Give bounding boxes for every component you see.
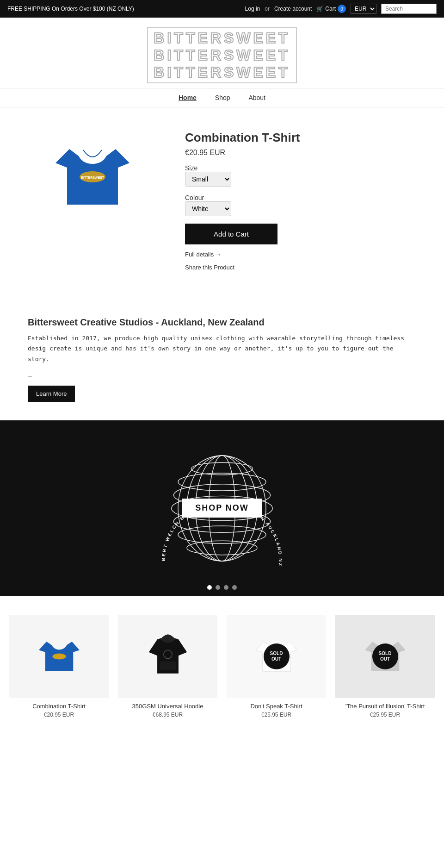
product-card-name-3: Don't Speak T-Shirt (227, 703, 326, 710)
add-to-cart-button[interactable]: Add to Cart (185, 224, 278, 244)
learn-more-button[interactable]: Learn More (28, 386, 75, 402)
shipping-notice: FREE SHIPPING On Orders Over $100 (NZ ON… (7, 6, 134, 12)
cart-icon: 🛒 (316, 6, 323, 12)
about-dash: – (28, 372, 416, 380)
product-section: BITTERSWEET Combination T-Shirt €20.95 E… (0, 107, 444, 289)
logo-line3: BITTERSWEET (154, 64, 290, 81)
product-image: BITTERSWEET (42, 126, 143, 228)
top-bar-right: Log in or Create account 🛒 Cart 0 EUR NZ… (245, 4, 437, 14)
cart-link[interactable]: Cart (325, 6, 336, 12)
logo-line2: BITTERSWEET (154, 47, 290, 64)
nav-item-home[interactable]: Home (179, 94, 197, 101)
svg-text:BITTERSWEET: BITTERSWEET (81, 176, 105, 179)
banner-dot-2[interactable] (216, 585, 220, 590)
sold-out-badge-3: SOLD OUT (264, 643, 290, 669)
logo-line1: BITTERSWEET (154, 30, 290, 47)
logo[interactable]: BITTERSWEET BITTERSWEET BITTERSWEET (147, 27, 296, 83)
product-card-price-4: €25.95 EUR (335, 712, 435, 718)
header: BITTERSWEET BITTERSWEET BITTERSWEET (0, 18, 444, 88)
cart-wrap[interactable]: 🛒 Cart 0 (316, 5, 346, 13)
currency-select[interactable]: EUR NZD USD (351, 4, 376, 14)
top-bar: FREE SHIPPING On Orders Over $100 (NZ ON… (0, 0, 444, 18)
product-card-hoodie (142, 629, 193, 684)
tshirt-svg: BITTERSWEET (46, 131, 139, 223)
product-card-image-2 (118, 615, 217, 698)
products-grid-section: Combination T-Shirt €20.95 EUR 350GSM Un… (0, 596, 444, 737)
product-card-image-3: DON'T SPEAK SOLD OUT (227, 615, 326, 698)
product-card-price-2: €68.95 EUR (118, 712, 217, 718)
banner-dots (207, 585, 237, 590)
product-card-price-1: €20.95 EUR (9, 712, 109, 718)
nav-item-shop[interactable]: Shop (215, 94, 230, 101)
product-image-wrap: BITTERSWEET (28, 126, 157, 228)
product-card-2[interactable]: 350GSM Universal Hoodie €68.95 EUR (118, 615, 217, 718)
colour-select[interactable]: White Blue Black (185, 201, 231, 216)
banner-dot-4[interactable] (232, 585, 237, 590)
product-price: €20.95 EUR (185, 149, 416, 157)
product-card-1[interactable]: Combination T-Shirt €20.95 EUR (9, 615, 109, 718)
main-nav: Home Shop About (0, 88, 444, 107)
product-card-4[interactable]: BITTERSWEET PURSUIT OF ILLUSION SOLD OUT… (335, 615, 435, 718)
product-card-image-4: BITTERSWEET PURSUIT OF ILLUSION SOLD OUT (335, 615, 435, 698)
svg-point-11 (187, 541, 257, 555)
product-card-name-4: 'The Pursuit of Illusion' T-Shirt (335, 703, 435, 710)
search-wrap (381, 4, 437, 14)
full-details-link[interactable]: Full details → (185, 251, 416, 258)
about-title: Bittersweet Creative Studios - Auckland,… (28, 317, 416, 328)
product-details: Combination T-Shirt €20.95 EUR Size Smal… (185, 126, 416, 271)
sold-out-badge-4: SOLD OUT (372, 643, 398, 669)
product-card-price-3: €25.95 EUR (227, 712, 326, 718)
products-grid: Combination T-Shirt €20.95 EUR 350GSM Un… (9, 615, 435, 718)
product-card-tshirt-1 (34, 631, 85, 682)
about-body: Established in 2017, we produce high qua… (28, 333, 416, 364)
product-card-name-1: Combination T-Shirt (9, 703, 109, 710)
product-card-3[interactable]: DON'T SPEAK SOLD OUT Don't Speak T-Shirt… (227, 615, 326, 718)
product-card-name-2: 350GSM Universal Hoodie (118, 703, 217, 710)
svg-point-14 (52, 653, 66, 659)
about-section: Bittersweet Creative Studios - Auckland,… (0, 289, 444, 420)
separator: or (265, 6, 270, 12)
search-input[interactable] (381, 4, 437, 14)
banner-dot-3[interactable] (224, 585, 228, 590)
banner-dot-1[interactable] (207, 585, 212, 590)
colour-label: Colour (185, 194, 204, 201)
create-account-link[interactable]: Create account (274, 6, 312, 12)
banner-section: BERT WELCH BITTERSWEET PRODUCTION AUCKLA… (0, 420, 444, 596)
login-link[interactable]: Log in (245, 6, 260, 12)
product-title: Combination T-Shirt (185, 131, 416, 145)
nav-item-about[interactable]: About (248, 94, 265, 101)
size-label: Size (185, 164, 197, 172)
share-product: Share this Product (185, 264, 234, 271)
shop-now-button[interactable]: SHOP NOW (182, 499, 262, 518)
product-card-image-1 (9, 615, 109, 698)
size-select[interactable]: Small Medium Large XL (185, 172, 231, 187)
cart-badge: 0 (338, 5, 346, 13)
svg-rect-15 (159, 662, 176, 670)
